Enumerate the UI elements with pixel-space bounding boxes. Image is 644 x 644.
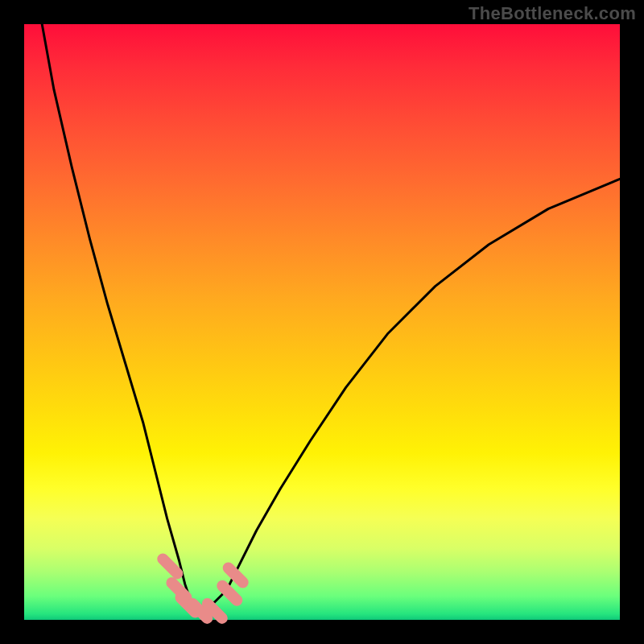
plot-area — [24, 24, 620, 620]
plot-svg — [24, 24, 620, 620]
marker-group — [163, 559, 242, 618]
chart-frame: TheBottleneck.com — [0, 0, 644, 644]
bottleneck-curve — [42, 24, 620, 608]
marker-a — [163, 559, 177, 573]
watermark-text: TheBottleneck.com — [469, 3, 636, 24]
marker-f — [222, 586, 237, 601]
